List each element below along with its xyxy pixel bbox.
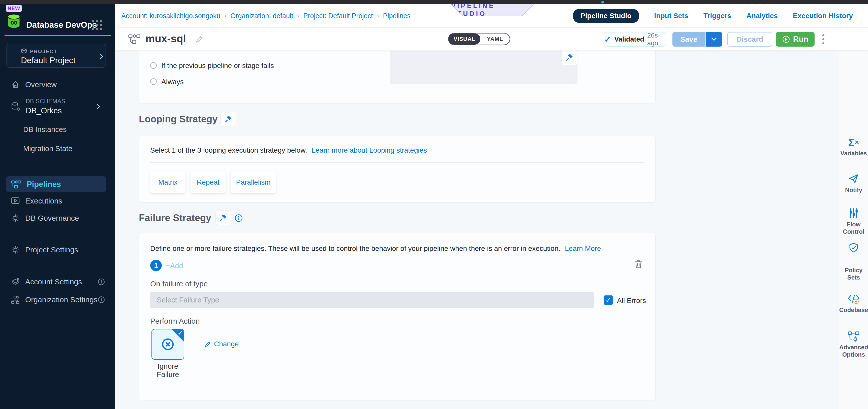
pipeline-name: mux-sql bbox=[146, 28, 186, 50]
sidebar-item-overview[interactable]: Overview bbox=[0, 78, 115, 91]
pipeline-studio-ribbon-label: PIPELINE STUDIO bbox=[451, 4, 534, 15]
chevron-right-icon bbox=[96, 103, 100, 109]
pipeline-toolbar: mux-sql VISUAL YAML ✓ Validated 26s ago … bbox=[115, 28, 868, 50]
pin-button[interactable] bbox=[561, 49, 577, 65]
chevron-down-icon bbox=[711, 37, 717, 41]
tab-triggers[interactable]: Triggers bbox=[704, 12, 731, 20]
cube-icon bbox=[21, 48, 28, 55]
product-title: Database DevOps bbox=[26, 17, 97, 33]
all-errors-checkbox[interactable]: ✓ bbox=[603, 296, 613, 305]
breadcrumb-project[interactable]: Project: Default Project bbox=[303, 12, 373, 20]
sidebar-item-project-settings[interactable]: Project Settings bbox=[0, 243, 115, 256]
trash-icon[interactable] bbox=[634, 260, 643, 269]
change-action-label: Change bbox=[214, 340, 239, 348]
breadcrumb-separator: › bbox=[377, 12, 379, 20]
ignore-failure-label-line1: Ignore bbox=[152, 362, 184, 371]
db-schemas-name: DB_Orkes bbox=[26, 106, 65, 115]
save-dropdown-button[interactable] bbox=[706, 32, 722, 46]
tool-notify[interactable]: Notify bbox=[839, 173, 868, 194]
advanced-options-icon bbox=[839, 331, 868, 341]
run-label: Run bbox=[793, 35, 808, 44]
edit-pencil-icon[interactable] bbox=[195, 35, 204, 43]
strategy-index-badge[interactable]: 1 bbox=[150, 260, 162, 271]
tool-flow-control[interactable]: Flow Control bbox=[839, 207, 868, 235]
breadcrumb-organization[interactable]: Organization: default bbox=[230, 12, 293, 20]
sidebar-item-executions[interactable]: Executions bbox=[0, 195, 115, 207]
sidebar-item-organization-settings[interactable]: Organization Settings bbox=[0, 294, 115, 306]
run-button[interactable]: Run bbox=[776, 32, 814, 46]
save-button[interactable]: Save bbox=[673, 32, 706, 46]
executions-icon bbox=[11, 197, 20, 205]
sidebar-item-label: Overview bbox=[25, 80, 57, 89]
pin-button[interactable] bbox=[220, 112, 236, 127]
validated-time: 26s ago bbox=[647, 32, 665, 47]
flow-control-icon bbox=[839, 207, 868, 218]
selected-check-icon: ✓ bbox=[178, 330, 183, 337]
breadcrumb-separator: › bbox=[297, 12, 299, 20]
tab-execution-history[interactable]: Execution History bbox=[793, 12, 853, 20]
breadcrumb: Account: kurosakiichigo.songoku › Organi… bbox=[121, 4, 410, 28]
toolbar-right-divider bbox=[839, 28, 839, 50]
pin-button[interactable] bbox=[216, 210, 231, 225]
radio-always[interactable] bbox=[150, 78, 157, 85]
more-options-kebab[interactable] bbox=[818, 32, 829, 46]
sidebar-item-pipelines[interactable]: Pipelines bbox=[6, 176, 106, 192]
looping-description: Select 1 of the 3 looping execution stra… bbox=[150, 146, 427, 155]
toggle-visual[interactable]: VISUAL bbox=[448, 34, 480, 44]
info-icon[interactable] bbox=[98, 278, 105, 285]
repeat-button[interactable]: Repeat bbox=[190, 171, 226, 193]
discard-button[interactable]: Discard bbox=[727, 32, 772, 46]
info-icon[interactable] bbox=[98, 296, 105, 303]
tool-codebase[interactable]: Codebase bbox=[839, 294, 868, 313]
info-icon[interactable] bbox=[235, 214, 243, 222]
project-name: Default Project bbox=[21, 56, 75, 65]
project-selector[interactable]: PROJECT Default Project bbox=[6, 44, 106, 68]
ignore-failure-action-card[interactable]: ✓ bbox=[152, 329, 184, 360]
sidebar-item-db-instances[interactable]: DB Instances bbox=[23, 126, 66, 134]
add-strategy-button[interactable]: +Add bbox=[166, 262, 183, 270]
sidebar-item-account-settings[interactable]: Account Settings bbox=[0, 275, 115, 288]
sidebar-item-label: Organization Settings bbox=[25, 296, 97, 304]
looping-strategy-card: Select 1 of the 3 looping execution stra… bbox=[139, 136, 655, 203]
ignore-failure-label: Ignore Failure bbox=[152, 362, 184, 379]
failure-type-select[interactable]: Select Failure Type bbox=[150, 292, 594, 308]
gear-icon bbox=[11, 245, 20, 254]
breadcrumb-separator: › bbox=[224, 12, 226, 20]
validated-badge[interactable]: ✓ Validated 26s ago bbox=[603, 32, 666, 46]
failure-strategy-title: Failure Strategy bbox=[139, 212, 211, 224]
radio-previous-fails-label: If the previous pipeline or stage fails bbox=[161, 62, 274, 70]
tab-analytics[interactable]: Analytics bbox=[746, 12, 778, 20]
tool-advanced-options[interactable]: Advanced Options bbox=[839, 331, 868, 358]
looping-learn-more-link[interactable]: Learn more about Looping strategies bbox=[311, 146, 427, 154]
visual-yaml-toggle[interactable]: VISUAL YAML bbox=[448, 33, 510, 45]
looping-strategy-title: Looping Strategy bbox=[139, 114, 217, 125]
tool-policy-sets[interactable]: Policy Sets bbox=[839, 242, 868, 281]
breadcrumb-account[interactable]: Account: kurosakiichigo.songoku bbox=[121, 12, 220, 20]
parallelism-button[interactable]: Parallelism bbox=[231, 171, 276, 193]
condition-input-panel[interactable] bbox=[390, 51, 578, 84]
gear-icon bbox=[11, 214, 20, 223]
ignore-failure-label-line2: Failure bbox=[152, 371, 184, 379]
module-grid-icon[interactable] bbox=[92, 20, 102, 30]
tool-variables[interactable]: Σ✕ Variables bbox=[839, 137, 868, 157]
change-action-link[interactable]: Change bbox=[205, 340, 239, 348]
radio-previous-fails[interactable] bbox=[150, 62, 157, 69]
pipeline-icon bbox=[11, 180, 21, 189]
pushpin-icon bbox=[224, 115, 232, 123]
all-errors-label: All Errors bbox=[617, 297, 646, 305]
sidebar-item-db-schemas[interactable]: DB SCHEMAS DB_Orkes bbox=[0, 97, 115, 116]
toggle-yaml[interactable]: YAML bbox=[480, 34, 509, 44]
tab-input-sets[interactable]: Input Sets bbox=[654, 12, 688, 20]
sidebar-item-label: Project Settings bbox=[25, 245, 78, 254]
matrix-button[interactable]: Matrix bbox=[150, 171, 186, 193]
tab-pipeline-studio[interactable]: Pipeline Studio bbox=[573, 9, 639, 23]
check-icon: ✓ bbox=[604, 34, 612, 44]
sidebar-divider bbox=[6, 235, 106, 235]
sidebar-item-label: Pipelines bbox=[27, 180, 61, 189]
failure-learn-more-link[interactable]: Learn More bbox=[565, 244, 601, 252]
breadcrumb-pipelines[interactable]: Pipelines bbox=[383, 12, 411, 20]
sidebar-item-migration-state[interactable]: Migration State bbox=[23, 144, 72, 153]
sidebar-item-db-governance[interactable]: DB Governance bbox=[0, 212, 115, 225]
on-failure-label: On failure of type bbox=[150, 279, 208, 288]
svg-text:∞: ∞ bbox=[10, 16, 18, 28]
